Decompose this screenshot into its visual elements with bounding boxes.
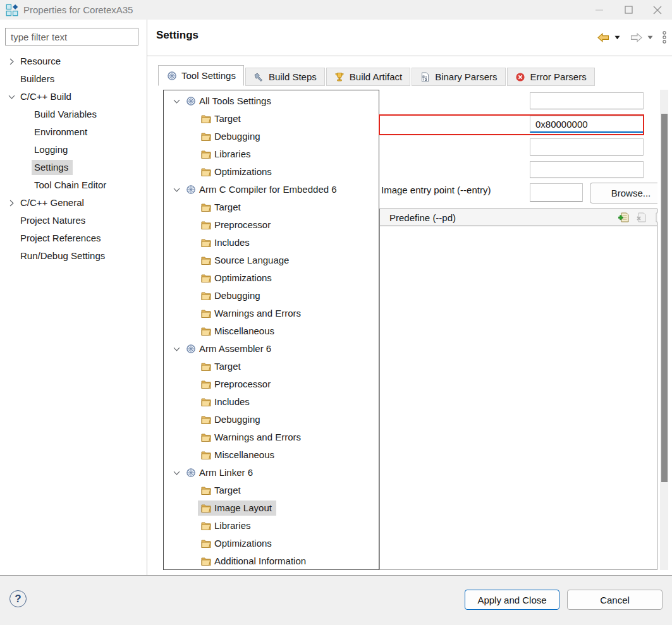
back-button[interactable] bbox=[596, 32, 611, 44]
tool-tree-item[interactable]: Target bbox=[164, 482, 379, 499]
chevron-icon[interactable] bbox=[5, 197, 18, 209]
chevron-icon[interactable] bbox=[185, 290, 198, 301]
chevron-icon[interactable] bbox=[5, 215, 18, 226]
chevron-icon[interactable] bbox=[19, 179, 32, 191]
chevron-icon[interactable] bbox=[185, 219, 198, 231]
chevron-icon[interactable] bbox=[185, 502, 198, 514]
chevron-icon[interactable] bbox=[185, 449, 198, 461]
chevron-icon[interactable] bbox=[185, 308, 198, 319]
chevron-icon[interactable] bbox=[185, 396, 198, 408]
tool-tree-item[interactable]: Target bbox=[164, 198, 379, 216]
tool-tree-item[interactable]: Source Language bbox=[164, 252, 379, 269]
chevron-icon[interactable] bbox=[185, 361, 198, 372]
tool-tree-item[interactable]: Warnings and Errors bbox=[164, 428, 379, 446]
chevron-icon[interactable] bbox=[185, 113, 198, 124]
sidebar-item[interactable]: Environment bbox=[0, 123, 146, 141]
maximize-button[interactable] bbox=[614, 0, 643, 20]
tool-tree-item[interactable]: Libraries bbox=[164, 145, 379, 163]
scatter-file-input[interactable] bbox=[530, 183, 583, 202]
settings-tab[interactable]: Tool Settings bbox=[158, 65, 244, 86]
cancel-button[interactable]: Cancel bbox=[567, 590, 663, 610]
tool-tree-item[interactable]: Libraries bbox=[164, 517, 379, 535]
forward-button[interactable] bbox=[629, 32, 644, 44]
chevron-icon[interactable] bbox=[185, 325, 198, 337]
ro-base-address-input[interactable] bbox=[530, 116, 644, 133]
add-item-icon[interactable] bbox=[616, 211, 630, 224]
tool-tree-item[interactable]: Optimizations bbox=[164, 163, 379, 181]
chevron-icon[interactable] bbox=[5, 73, 18, 85]
tool-tree-item[interactable]: Miscellaneous bbox=[164, 446, 379, 464]
browse-button[interactable]: Browse... bbox=[590, 183, 657, 203]
chevron-icon[interactable] bbox=[185, 520, 198, 531]
rw-base-address-input[interactable] bbox=[530, 138, 644, 155]
tool-tree-item[interactable]: Image Layout bbox=[164, 499, 379, 517]
settings-tab[interactable]: Error Parsers bbox=[507, 68, 595, 86]
chevron-icon[interactable] bbox=[170, 467, 183, 478]
tool-tree-item[interactable]: Debugging bbox=[164, 287, 379, 305]
sidebar-item[interactable]: Resource bbox=[0, 52, 146, 70]
sidebar-item[interactable]: Builders bbox=[0, 70, 146, 88]
chevron-icon[interactable] bbox=[185, 166, 198, 178]
tool-tree-item[interactable]: Warnings and Errors bbox=[164, 305, 379, 322]
settings-tab[interactable]: Build Steps bbox=[245, 68, 325, 86]
minimize-button[interactable] bbox=[585, 0, 614, 20]
chevron-icon[interactable] bbox=[5, 56, 18, 67]
delete-item-icon[interactable] bbox=[634, 211, 648, 224]
tool-tree-item[interactable]: Arm Assembler 6 bbox=[164, 340, 379, 358]
chevron-icon[interactable] bbox=[185, 237, 198, 248]
sidebar-item[interactable]: Tool Chain Editor bbox=[0, 176, 146, 194]
chevron-icon[interactable] bbox=[185, 379, 198, 390]
chevron-icon[interactable] bbox=[185, 131, 198, 142]
tool-tree-item[interactable]: Optimizations bbox=[164, 535, 379, 552]
chevron-icon[interactable] bbox=[5, 91, 18, 102]
tool-tree-item[interactable]: Target bbox=[164, 358, 379, 375]
tool-tree-item[interactable]: Arm Linker 6 bbox=[164, 464, 379, 482]
chevron-icon[interactable] bbox=[19, 162, 32, 173]
apply-and-close-button[interactable]: Apply and Close bbox=[465, 590, 559, 610]
chevron-icon[interactable] bbox=[19, 126, 32, 138]
sidebar-item[interactable]: C/C++ General bbox=[0, 194, 146, 212]
tool-tree-item[interactable]: Arm C Compiler for Embedded 6 bbox=[164, 181, 379, 198]
chevron-icon[interactable] bbox=[185, 255, 198, 266]
tool-tree-item[interactable]: Preprocessor bbox=[164, 216, 379, 234]
scrollbar-thumb[interactable] bbox=[661, 114, 668, 482]
settings-tab[interactable]: Build Artifact bbox=[326, 68, 410, 86]
chevron-icon[interactable] bbox=[19, 109, 32, 120]
chevron-icon[interactable] bbox=[185, 432, 198, 443]
tool-tree-item[interactable]: Includes bbox=[164, 234, 379, 252]
sidebar-item[interactable]: Build Variables bbox=[0, 106, 146, 123]
tool-tree-item[interactable]: Debugging bbox=[164, 128, 379, 145]
chevron-icon[interactable] bbox=[170, 95, 183, 107]
sidebar-item[interactable]: Project Natures bbox=[0, 212, 146, 229]
zi-base-address-input[interactable] bbox=[530, 161, 644, 178]
chevron-icon[interactable] bbox=[5, 250, 18, 262]
sidebar-item[interactable]: Project References bbox=[0, 229, 146, 247]
chevron-icon[interactable] bbox=[5, 233, 18, 244]
tool-tree-item[interactable]: Optimizations bbox=[164, 269, 379, 287]
chevron-icon[interactable] bbox=[185, 485, 198, 496]
help-button[interactable]: ? bbox=[9, 590, 27, 607]
tool-tree-item[interactable]: Preprocessor bbox=[164, 375, 379, 393]
chevron-icon[interactable] bbox=[170, 343, 183, 355]
sidebar-item[interactable]: C/C++ Build bbox=[0, 88, 146, 106]
back-history-dropdown[interactable] bbox=[613, 34, 621, 41]
sidebar-item[interactable]: Logging bbox=[0, 141, 146, 159]
tool-tree-item[interactable]: Target bbox=[164, 110, 379, 128]
sidebar-item[interactable]: Settings bbox=[0, 159, 146, 176]
forward-history-dropdown[interactable] bbox=[646, 34, 654, 41]
edit-item-icon[interactable] bbox=[652, 211, 657, 224]
chevron-icon[interactable] bbox=[185, 414, 198, 425]
tool-tree-item[interactable]: All Tools Settings bbox=[164, 92, 379, 110]
vertical-scrollbar[interactable] bbox=[660, 90, 668, 570]
chevron-icon[interactable] bbox=[19, 144, 32, 155]
tool-tree-item[interactable]: Debugging bbox=[164, 411, 379, 428]
image-entry-point-input[interactable] bbox=[530, 92, 644, 109]
close-button[interactable] bbox=[643, 0, 672, 20]
predefine-list[interactable] bbox=[380, 226, 657, 569]
chevron-icon[interactable] bbox=[185, 149, 198, 160]
tool-tree-item[interactable]: Includes bbox=[164, 393, 379, 411]
chevron-icon[interactable] bbox=[170, 184, 183, 195]
chevron-icon[interactable] bbox=[185, 538, 198, 549]
tool-tree-item[interactable]: Miscellaneous bbox=[164, 322, 379, 340]
overflow-dots-icon[interactable] bbox=[661, 30, 668, 45]
